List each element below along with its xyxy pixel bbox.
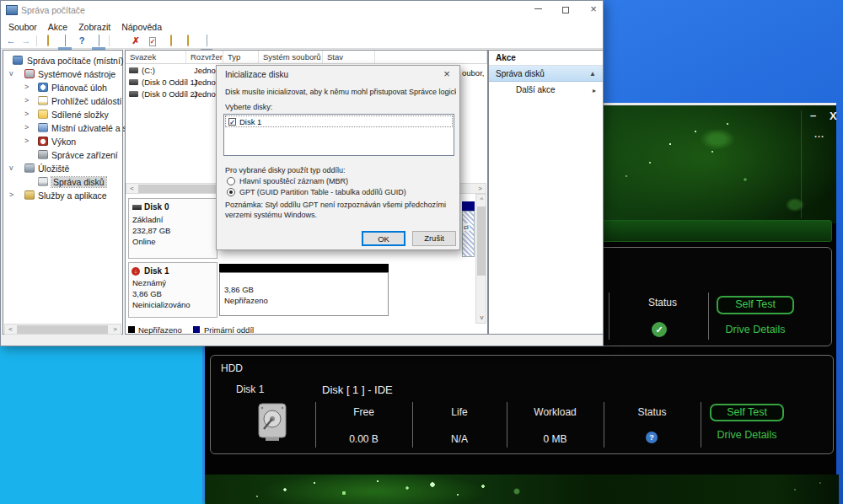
help-icon[interactable]: ? bbox=[75, 35, 89, 47]
disk1-unallocated-color-bar bbox=[219, 264, 389, 272]
card-divider bbox=[609, 292, 609, 340]
action-tool-icon[interactable] bbox=[114, 35, 127, 47]
close-button[interactable]: × bbox=[581, 1, 606, 19]
delete-icon[interactable]: ✗ bbox=[129, 35, 142, 47]
checkbox-checked-icon[interactable]: ✓ bbox=[228, 118, 236, 126]
tree-item-disk-management[interactable]: Správa disků bbox=[3, 175, 122, 189]
tree-item-device-manager[interactable]: Správce zařízení bbox=[3, 148, 122, 162]
title-bar: Správa počítače × bbox=[1, 1, 603, 19]
ssd-drive-details-link[interactable]: Drive Details bbox=[717, 324, 794, 335]
disk0-size: 232,87 GB bbox=[132, 226, 170, 235]
select-disks-label: Vyberte disky: bbox=[225, 103, 272, 111]
dialog-close-button[interactable]: × bbox=[439, 67, 454, 81]
gpt-radio[interactable] bbox=[227, 188, 235, 196]
column-system-souboru[interactable]: Systém souborů bbox=[259, 51, 323, 63]
minimize-button[interactable] bbox=[525, 1, 550, 19]
chevron-collapsed-icon[interactable]: > bbox=[24, 83, 29, 91]
disk0-partition-sliver[interactable] bbox=[462, 211, 475, 257]
mbr-radio[interactable] bbox=[227, 177, 235, 185]
tree-item-system-tools[interactable]: v Systémové nástroje bbox=[3, 67, 122, 81]
tree-item-shared-folders[interactable]: > Sdílené složky bbox=[3, 108, 122, 121]
mbr-option-label[interactable]: Hlavní spouštěcí záznam (MBR) bbox=[239, 177, 348, 185]
gpt-option-label[interactable]: GPT (GUID Partition Table - tabulka oddí… bbox=[239, 188, 406, 196]
app-close-button[interactable]: X bbox=[830, 110, 837, 122]
chevron-expanded-icon[interactable]: v bbox=[9, 164, 13, 172]
metric-label: Life bbox=[412, 406, 507, 418]
cancel-button[interactable]: Zrušit bbox=[412, 231, 456, 246]
properties-icon[interactable]: ✓ bbox=[146, 35, 159, 47]
tree-item-computer-management[interactable]: Správa počítače (místní) bbox=[3, 54, 122, 67]
disk0-partition-color-bar bbox=[462, 201, 475, 211]
actions-header: Akce bbox=[489, 51, 603, 66]
app-more-menu-button[interactable]: ... bbox=[814, 129, 824, 139]
scrollbar-thumb[interactable] bbox=[17, 325, 108, 334]
list-view-icon[interactable] bbox=[200, 35, 213, 47]
volume-row[interactable]: (Disk 0 Oddíl 1) Jednodu bbox=[126, 77, 218, 88]
volume-row[interactable]: (C:) Jednodu bbox=[126, 65, 218, 77]
chevron-expanded-icon[interactable]: v bbox=[9, 69, 13, 78]
hdd-drive-details-link[interactable]: Drive Details bbox=[710, 429, 784, 441]
explore-icon[interactable] bbox=[181, 35, 195, 47]
hdd-self-test-button[interactable]: Self Test bbox=[710, 404, 784, 421]
tree-item-performance[interactable]: > Výkon bbox=[3, 135, 122, 148]
scroll-left-icon[interactable]: < bbox=[126, 184, 137, 194]
column-rozvrzeni[interactable]: Rozvržení bbox=[186, 51, 223, 63]
scrollbar-thumb[interactable] bbox=[477, 206, 486, 276]
disk0-label-box[interactable]: Disk 0 Základní 232,87 GB Online bbox=[128, 198, 217, 259]
services-icon bbox=[24, 190, 35, 200]
column-svazek[interactable]: Svazek bbox=[126, 51, 186, 63]
collapse-panel-icon[interactable]: ▲ bbox=[589, 70, 596, 78]
open-folder-icon[interactable] bbox=[41, 35, 55, 47]
menu-napoveda[interactable]: Nápověda bbox=[121, 22, 162, 32]
forward-icon[interactable]: → bbox=[19, 35, 33, 47]
column-stav[interactable]: Stav bbox=[323, 51, 375, 63]
submenu-arrow-icon[interactable]: ▸ bbox=[593, 87, 596, 94]
disk1-partition-region[interactable]: 3,86 GB Nepřiřazeno bbox=[219, 272, 389, 316]
back-icon[interactable]: ← bbox=[4, 35, 18, 47]
card-divider bbox=[701, 402, 701, 448]
tree-item-local-users[interactable]: > Místní uživatelé a skupi bbox=[3, 121, 122, 135]
disk1-label-box[interactable]: ↓ Disk 1 Neznámý 3,86 GB Neinicializován… bbox=[128, 262, 217, 318]
hdd-drive-card: HDD Disk 1 Disk [ 1 ] - IDE Free 0.00 B … bbox=[210, 355, 834, 454]
actions-more-item[interactable]: Další akce ▸ bbox=[489, 82, 603, 98]
volume-row[interactable]: (Disk 0 Oddíl 2) Jednodu bbox=[126, 88, 218, 100]
tree-item-event-viewer[interactable]: > Prohlížeč událostí bbox=[3, 94, 122, 108]
disk0-state: Online bbox=[132, 237, 155, 246]
new-volume-icon[interactable] bbox=[164, 35, 178, 47]
scroll-right-icon[interactable]: > bbox=[110, 324, 121, 335]
ssd-self-test-button[interactable]: Self Test bbox=[717, 296, 794, 314]
tree-item-storage[interactable]: v Úložiště bbox=[3, 162, 122, 175]
disk-list-item[interactable]: ✓ Disk 1 bbox=[225, 115, 453, 127]
actions-group-disk-management[interactable]: Správa disků ▲ bbox=[489, 66, 603, 82]
menu-soubor[interactable]: Soubor bbox=[8, 22, 37, 32]
console-window-icon[interactable] bbox=[58, 35, 72, 47]
scroll-left-icon[interactable]: < bbox=[5, 324, 16, 335]
column-typ[interactable]: Typ bbox=[223, 51, 259, 63]
tree-horizontal-scrollbar[interactable]: < > bbox=[4, 324, 121, 335]
disk1-state: Neinicializováno bbox=[132, 300, 191, 309]
chevron-collapsed-icon[interactable]: > bbox=[24, 137, 29, 145]
legend-unallocated-label: Nepřiřazeno bbox=[138, 325, 182, 335]
disk-vertical-scrollbar[interactable]: ^ v bbox=[475, 194, 486, 324]
maximize-icon bbox=[562, 7, 569, 13]
chevron-collapsed-icon[interactable]: > bbox=[24, 123, 29, 131]
app-minimize-button[interactable]: – bbox=[810, 109, 816, 121]
menu-zobrazit[interactable]: Zobrazit bbox=[78, 22, 110, 32]
scroll-right-icon[interactable]: > bbox=[475, 184, 486, 194]
show-tree-icon[interactable] bbox=[92, 35, 105, 47]
disk-list-box[interactable]: ✓ Disk 1 bbox=[223, 114, 454, 156]
chevron-collapsed-icon[interactable]: > bbox=[24, 96, 29, 105]
status-question-icon[interactable]: ? bbox=[646, 432, 658, 443]
disk0-name: Disk 0 bbox=[144, 202, 169, 212]
tree-item-task-scheduler[interactable]: > Plánovač úloh bbox=[3, 81, 122, 94]
scroll-up-icon[interactable]: ^ bbox=[476, 195, 487, 205]
hdd-card-title: Disk [ 1 ] - IDE bbox=[322, 383, 393, 396]
tree-item-services-apps[interactable]: > Služby a aplikace bbox=[3, 189, 122, 202]
chevron-collapsed-icon[interactable]: > bbox=[9, 190, 13, 199]
ok-button[interactable]: OK bbox=[362, 231, 405, 246]
maximize-button[interactable] bbox=[553, 1, 578, 19]
menu-akce[interactable]: Akce bbox=[48, 22, 67, 32]
scroll-down-icon[interactable]: v bbox=[476, 313, 487, 323]
tree-item-label: Sdílené složky bbox=[51, 110, 109, 120]
chevron-collapsed-icon[interactable]: > bbox=[24, 110, 29, 118]
